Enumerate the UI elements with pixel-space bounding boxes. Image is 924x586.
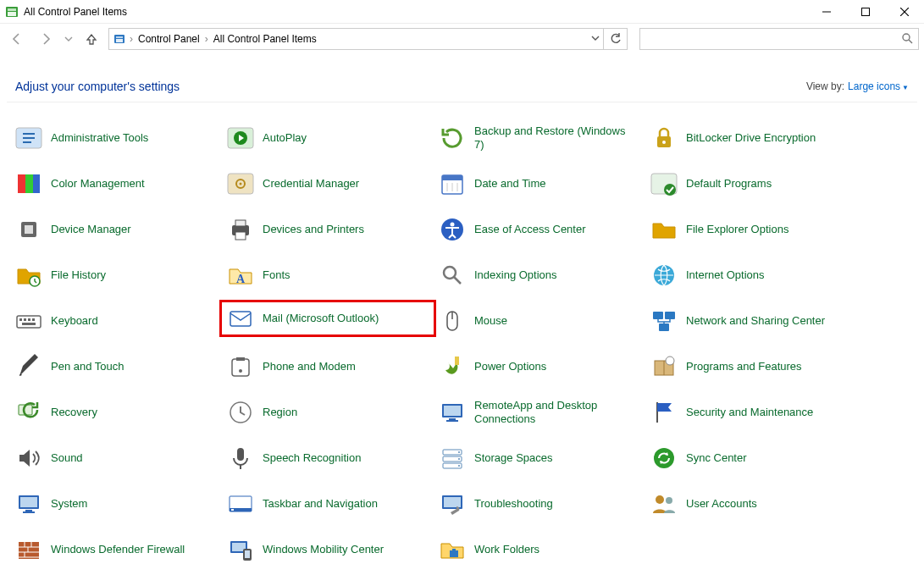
svg-point-16: [662, 141, 666, 144]
svg-rect-24: [442, 175, 462, 180]
svg-point-75: [654, 448, 674, 468]
backup-restore-icon: [437, 123, 468, 153]
svg-point-85: [656, 495, 664, 504]
network-sharing-icon: [649, 306, 679, 336]
ease-of-access-icon: [437, 214, 468, 245]
cp-item-device-manager[interactable]: Device Manager: [10, 211, 222, 248]
chevron-right-icon: ›: [130, 33, 133, 45]
cp-item-troubleshooting[interactable]: Troubleshooting: [434, 485, 645, 522]
cp-item-label: BitLocker Drive Encryption: [686, 131, 816, 145]
mouse-icon: [437, 306, 468, 336]
maximize-button[interactable]: [846, 0, 885, 24]
cp-item-label: Region: [263, 406, 297, 419]
view-by-dropdown[interactable]: Large icons▼: [848, 80, 909, 92]
cp-item-recovery[interactable]: Recovery: [10, 394, 222, 431]
cp-item-work-folders[interactable]: Work Folders: [434, 531, 645, 568]
cp-item-label: Pen and Touch: [51, 360, 124, 373]
user-accounts-icon: [649, 489, 679, 519]
recent-dropdown-icon[interactable]: [63, 27, 75, 51]
svg-text:A: A: [236, 273, 246, 285]
cp-item-color-management[interactable]: Color Management: [10, 165, 222, 202]
svg-point-39: [444, 267, 456, 279]
cp-item-ease-of-access[interactable]: Ease of Access Center: [434, 211, 645, 248]
cp-item-user-accounts[interactable]: User Accounts: [645, 485, 857, 522]
svg-point-59: [666, 357, 674, 365]
svg-rect-18: [25, 174, 33, 193]
cp-item-label: Speech Recognition: [263, 451, 361, 465]
cp-item-sound[interactable]: Sound: [10, 440, 222, 477]
cp-item-storage-spaces[interactable]: Storage Spaces: [434, 440, 645, 477]
speech-recognition-icon: [225, 443, 256, 473]
cp-item-label: Troubleshooting: [474, 497, 553, 511]
cp-item-power-options[interactable]: Power Options: [434, 348, 645, 385]
remoteapp-icon: [437, 397, 468, 428]
cp-item-backup-restore[interactable]: Backup and Restore (Windows 7): [434, 119, 645, 157]
cp-item-label: Windows Defender Firewall: [51, 543, 185, 556]
cp-item-credential-manager[interactable]: Credential Manager: [222, 165, 434, 202]
taskbar-navigation-icon: [225, 489, 256, 519]
fonts-icon: A: [225, 260, 256, 290]
cp-item-remoteapp[interactable]: RemoteApp and Desktop Connections: [434, 394, 645, 431]
items-grid: Administrative Tools AutoPlay Backup and…: [0, 119, 924, 568]
cp-item-mouse[interactable]: Mouse: [434, 302, 645, 340]
svg-rect-44: [24, 318, 26, 321]
address-dropdown-icon[interactable]: [591, 33, 600, 45]
cp-item-date-time[interactable]: Date and Time: [434, 165, 645, 202]
cp-item-sync-center[interactable]: Sync Center: [645, 440, 857, 477]
breadcrumb-root[interactable]: Control Panel: [136, 33, 202, 45]
cp-item-security-maintenance[interactable]: Security and Maintenance: [645, 394, 857, 431]
svg-rect-84: [444, 497, 461, 507]
back-button[interactable]: [5, 27, 29, 51]
cp-item-windows-mobility[interactable]: Windows Mobility Center: [222, 531, 434, 568]
cp-item-network-sharing[interactable]: Network and Sharing Center: [645, 302, 857, 340]
cp-item-system[interactable]: System: [10, 485, 222, 522]
cp-item-programs-features[interactable]: Programs and Features: [645, 348, 857, 385]
search-input[interactable]: [645, 32, 901, 46]
search-icon[interactable]: [901, 32, 913, 47]
cp-item-label: Mail (Microsoft Outlook): [263, 312, 379, 325]
keyboard-icon: [14, 306, 44, 336]
svg-rect-98: [245, 550, 250, 558]
cp-item-taskbar-navigation[interactable]: Taskbar and Navigation: [222, 485, 434, 522]
svg-point-29: [664, 184, 676, 196]
refresh-button[interactable]: [604, 28, 628, 50]
cp-item-bitlocker[interactable]: BitLocker Drive Encryption: [645, 119, 857, 157]
cp-item-label: Fonts: [263, 268, 290, 282]
cp-item-fonts[interactable]: A Fonts: [222, 257, 434, 294]
cp-item-administrative-tools[interactable]: Administrative Tools: [10, 119, 222, 157]
cp-item-mail-outlook[interactable]: Mail (Microsoft Outlook): [219, 300, 436, 337]
up-button[interactable]: [80, 27, 103, 51]
cp-item-windows-defender-firewall[interactable]: Windows Defender Firewall: [10, 531, 222, 568]
cp-item-file-explorer-options[interactable]: File Explorer Options: [645, 211, 857, 248]
cp-item-devices-printers[interactable]: Devices and Printers: [222, 211, 434, 248]
cp-item-keyboard[interactable]: Keyboard: [10, 302, 222, 340]
forward-button[interactable]: [34, 27, 58, 51]
cp-item-speech-recognition[interactable]: Speech Recognition: [222, 440, 434, 477]
cp-item-label: Keyboard: [51, 314, 98, 328]
cp-item-label: Recovery: [51, 406, 97, 419]
svg-rect-31: [25, 225, 33, 234]
cp-item-label: Mouse: [474, 314, 507, 328]
svg-point-55: [239, 369, 242, 373]
svg-rect-56: [455, 357, 459, 365]
cp-item-autoplay[interactable]: AutoPlay: [222, 119, 434, 157]
cp-item-phone-modem[interactable]: Phone and Modem: [222, 348, 434, 385]
breadcrumb-current[interactable]: All Control Panel Items: [212, 33, 318, 45]
titlebar: All Control Panel Items: [0, 0, 924, 24]
region-icon: [225, 397, 256, 428]
svg-point-74: [458, 465, 460, 467]
cp-item-internet-options[interactable]: Internet Options: [645, 257, 857, 294]
address-bar[interactable]: › Control Panel › All Control Panel Item…: [108, 28, 604, 50]
minimize-button[interactable]: [807, 0, 846, 24]
cp-item-default-programs[interactable]: Default Programs: [645, 165, 857, 202]
search-box[interactable]: [639, 28, 919, 50]
file-history-icon: [14, 260, 44, 290]
cp-item-region[interactable]: Region: [222, 394, 434, 431]
cp-item-label: Windows Mobility Center: [263, 543, 384, 556]
chevron-right-icon: ›: [205, 33, 208, 45]
cp-item-pen-touch[interactable]: Pen and Touch: [10, 348, 222, 385]
cp-item-file-history[interactable]: File History: [10, 257, 222, 294]
close-button[interactable]: [885, 0, 924, 24]
mail-outlook-icon: [225, 303, 256, 334]
cp-item-indexing-options[interactable]: Indexing Options: [434, 257, 645, 294]
